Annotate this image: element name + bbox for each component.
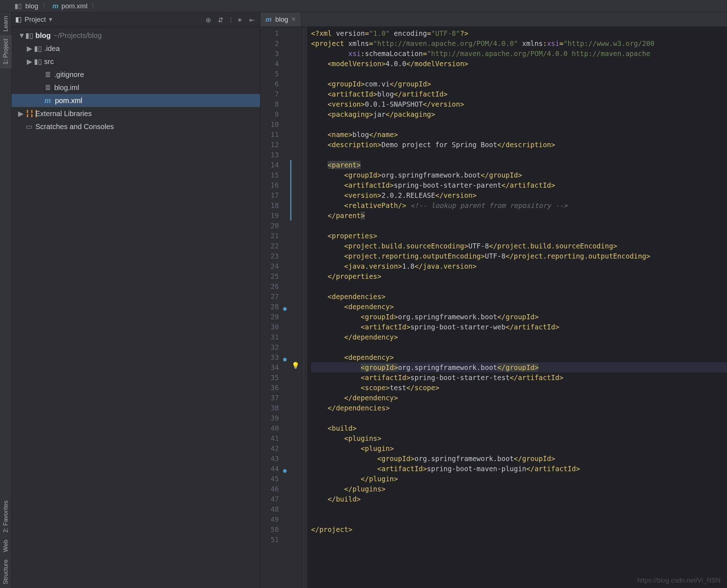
- rail-web[interactable]: Web: [0, 536, 12, 556]
- project-panel-header: ◧ Project ▾ ⊕ ⇵ | ✴ ⇤: [12, 12, 260, 27]
- chevron-icon[interactable]: ▶: [27, 42, 31, 55]
- chevron-icon[interactable]: [37, 68, 41, 81]
- tree-label: External Libraries: [35, 107, 92, 120]
- rail-learn[interactable]: Learn: [0, 12, 12, 35]
- folder-icon: ▮▯: [25, 29, 33, 42]
- breadcrumb: ▮▯ blog 〉 m pom.xml 〉: [0, 0, 727, 12]
- libraries-icon: ╏╏╏: [25, 107, 33, 120]
- chevron-icon[interactable]: [37, 81, 41, 94]
- maven-icon: m: [265, 16, 272, 24]
- tree-label: Scratches and Consoles: [35, 120, 114, 133]
- chevron-down-icon[interactable]: ▼: [18, 29, 22, 42]
- editor: m blog ✕ 1234567891011121314151617181920…: [260, 12, 727, 588]
- tree-item-blog-iml[interactable]: ≣blog.iml: [12, 81, 260, 94]
- gutter-margin: 💡: [290, 27, 300, 588]
- tree-label: pom.xml: [55, 94, 82, 107]
- locate-icon[interactable]: ⊕: [205, 16, 213, 23]
- folder-icon: ▮▯: [14, 2, 22, 10]
- chevron-icon[interactable]: [37, 94, 41, 107]
- editor-tab[interactable]: m blog ✕: [260, 12, 301, 26]
- project-tree[interactable]: ▼ ▮▯ blog ~/Projects/blog ▶▮▯.idea▶▮▯src…: [12, 27, 260, 133]
- chevron-right-icon: 〉: [91, 1, 98, 11]
- dropdown-icon[interactable]: ▾: [49, 15, 52, 24]
- watermark-text: https://blog.csdn.net/Vi_NSN: [637, 577, 720, 584]
- maven-icon: m: [44, 94, 51, 107]
- tree-item--gitignore[interactable]: ≣.gitignore: [12, 68, 260, 81]
- tree-label: blog.iml: [54, 81, 79, 94]
- collapse-icon[interactable]: ⇵: [218, 16, 225, 23]
- tree-item-pom-xml[interactable]: mpom.xml: [12, 94, 260, 107]
- tab-label: blog: [275, 16, 288, 24]
- gutter-nav-icon[interactable]: ⬤: [283, 304, 287, 314]
- file-icon: ≣: [44, 68, 51, 81]
- close-icon[interactable]: ✕: [291, 16, 296, 23]
- tree-path: ~/Projects/blog: [54, 29, 102, 42]
- tree-label: .idea: [44, 42, 60, 55]
- chevron-icon[interactable]: ▶: [27, 55, 31, 68]
- chevron-right-icon: 〉: [42, 1, 49, 11]
- chevron-right-icon[interactable]: ▶: [18, 107, 22, 120]
- panel-view-icon[interactable]: ◧: [15, 15, 22, 24]
- tree-scratches[interactable]: ▭ Scratches and Consoles: [12, 120, 260, 133]
- breadcrumb-root[interactable]: blog: [25, 2, 38, 10]
- tree-external-libs[interactable]: ▶ ╏╏╏ External Libraries: [12, 107, 260, 120]
- scratches-icon: ▭: [25, 120, 33, 133]
- gutter-nav-icon[interactable]: ⬤: [283, 466, 287, 476]
- breadcrumb-file[interactable]: pom.xml: [61, 2, 88, 10]
- tree-label: .gitignore: [54, 68, 84, 81]
- folder-icon: ▮▯: [34, 55, 41, 68]
- code-area[interactable]: <?xml version="1.0" encoding="UTF-8"?><p…: [307, 27, 727, 588]
- rail-favorites[interactable]: 2: Favorites: [0, 497, 12, 536]
- gear-icon[interactable]: ✴: [237, 16, 244, 23]
- editor-tabs: m blog ✕: [260, 12, 727, 27]
- fold-gutter[interactable]: [300, 27, 307, 588]
- line-gutter[interactable]: 1234567891011121314151617181920212223242…: [260, 27, 290, 588]
- project-panel: ◧ Project ▾ ⊕ ⇵ | ✴ ⇤ ▼ ▮▯ blog ~/Projec…: [12, 12, 260, 588]
- rail-structure[interactable]: Structure: [0, 556, 12, 588]
- tree-item-src[interactable]: ▶▮▯src: [12, 55, 260, 68]
- tree-item--idea[interactable]: ▶▮▯.idea: [12, 42, 260, 55]
- file-icon: ≣: [44, 81, 51, 94]
- folder-icon: ▮▯: [34, 42, 41, 55]
- hide-icon[interactable]: ⇤: [249, 16, 256, 23]
- maven-icon: m: [52, 2, 59, 10]
- tree-root[interactable]: ▼ ▮▯ blog ~/Projects/blog: [12, 29, 260, 42]
- left-tool-rail: Learn 1: Project 2: Favorites Web Struct…: [0, 12, 12, 588]
- vcs-change-marker[interactable]: [290, 160, 292, 221]
- gutter-nav-icon[interactable]: ⬤: [283, 354, 287, 365]
- panel-title[interactable]: Project: [25, 16, 46, 24]
- tree-label: src: [44, 55, 54, 68]
- rail-project[interactable]: 1: Project: [0, 35, 12, 68]
- intention-bulb-icon[interactable]: 💡: [292, 362, 299, 369]
- tree-label: blog: [35, 29, 51, 42]
